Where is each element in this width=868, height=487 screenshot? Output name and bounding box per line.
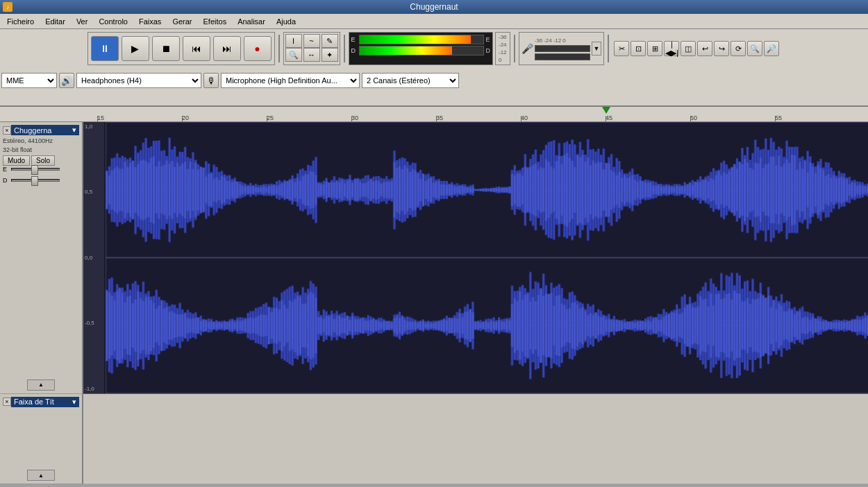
track-close-1[interactable]: × [3, 126, 11, 135]
toolbar-row1: ⏸ ▶ ⏹ ⏮ ⏭ ● I ~ ✎ 🔍 ↔ ✦ E [87, 31, 781, 67]
mic-level-bar2 [535, 53, 590, 60]
mic-meter: -36 -24 -12 0 [535, 37, 590, 60]
channels-select[interactable]: 2 Canais (Estéreo) [362, 73, 459, 88]
menu-editar[interactable]: Editar [40, 16, 71, 27]
redo-btn[interactable]: ↪ [714, 41, 729, 56]
zoom-in-btn[interactable]: 🔍 [747, 41, 762, 56]
track-close-2[interactable]: × [3, 398, 11, 406]
separator-3 [514, 35, 515, 62]
amplitude-labels-1: 1,0 0,5 0,0 -0,5 -1,0 [83, 122, 104, 393]
track-info-1: Estéreo, 44100Hz 32-bit float [3, 137, 79, 154]
db-scale-output: -36 -24 -12 0 [495, 32, 510, 65]
db-0: 0 [499, 57, 507, 63]
gain-track-e[interactable] [11, 168, 60, 171]
output-select[interactable]: Headphones (H4) [76, 73, 201, 88]
db-24: -24 [499, 42, 507, 48]
ruler-tick-40 [521, 116, 521, 121]
tracks-container: 15 20 25 30 35 40 45 50 55 [0, 107, 868, 484]
level-meters: E E D D [349, 32, 494, 65]
timeline-ruler: 15 20 25 30 35 40 45 50 55 [0, 107, 868, 122]
meter-e-bar [359, 35, 484, 44]
cut-silence-btn[interactable]: ✂ [614, 41, 629, 56]
select-tool[interactable]: I [285, 34, 302, 48]
main-area: 15 20 25 30 35 40 45 50 55 [0, 107, 868, 484]
track-name-2[interactable]: Faixa de Tít ▾ [11, 397, 79, 407]
ruler-mark-40: 40 [521, 114, 528, 121]
ruler-mark-25: 25 [267, 114, 274, 121]
menu-efeitos[interactable]: Efeitos [198, 16, 233, 27]
rewind-button[interactable]: ⏮ [183, 36, 210, 61]
menu-faixas[interactable]: Faixas [133, 16, 167, 27]
menu-ficheiro[interactable]: Ficheiro [1, 16, 40, 27]
zoom-out-btn[interactable]: 🔎 [764, 41, 779, 56]
forward-button[interactable]: ⏭ [213, 36, 241, 61]
solo-button-1[interactable]: Solo [31, 155, 55, 166]
ruler-tick-20 [182, 116, 183, 121]
extra-tools: ✂ ⊡ ⊞ |◀▶| ◫ ↩ ↪ ⟳ 🔍 🔎 [612, 40, 781, 58]
mute-button-1[interactable]: Mudo [3, 155, 30, 166]
menu-bar: Ficheiro Editar Ver Controlo Faixas Gera… [0, 14, 868, 29]
meter-row-d: D D [351, 46, 491, 55]
expand-button-2[interactable]: ▲ [27, 470, 55, 481]
separator-4 [608, 35, 609, 62]
toolbar-area: ⏸ ▶ ⏹ ⏮ ⏭ ● I ~ ✎ 🔍 ↔ ✦ E [0, 29, 868, 107]
transport-toolbar: ⏸ ▶ ⏹ ⏮ ⏭ ● [87, 32, 275, 65]
expand-button-1[interactable]: ▲ [27, 379, 55, 391]
gain-track-d[interactable] [11, 179, 60, 182]
track-row-1: × Chuggerna ▾ Estéreo, 44100Hz 32-bit fl… [0, 122, 868, 394]
multi-tool[interactable]: ✦ [322, 48, 338, 62]
speaker-icon[interactable]: 🔊 [59, 73, 74, 88]
meter-e-label: E [351, 36, 357, 43]
waveform-canvas-1 [106, 122, 868, 393]
menu-controlo[interactable]: Controlo [93, 16, 133, 27]
play-button[interactable]: ▶ [122, 36, 149, 61]
pause-button[interactable]: ⏸ [91, 36, 119, 61]
meter-e-fill [360, 35, 471, 44]
stop-button[interactable]: ⏹ [152, 36, 180, 61]
menu-ajuda[interactable]: Ajuda [271, 16, 301, 27]
envelope-tool[interactable]: ~ [303, 34, 320, 48]
timeshift-tool[interactable]: ↔ [303, 48, 320, 62]
playhead-marker [602, 107, 610, 114]
silence-btn[interactable]: ◫ [681, 41, 696, 56]
zoom-fit-btn[interactable]: ⊡ [631, 41, 646, 56]
ruler-tick-50 [690, 116, 691, 121]
gain-thumb-e[interactable] [31, 165, 38, 175]
amp-neg-0-5: -0,5 [85, 320, 103, 326]
gain-thumb-d[interactable] [31, 176, 38, 186]
track-header-2: × Faixa de Tít ▾ [3, 397, 79, 407]
ruler-tick-15 [97, 116, 98, 121]
gain-e-label: E [3, 166, 8, 173]
undo-btn[interactable]: ↩ [697, 41, 712, 56]
trim-btn[interactable]: |◀▶| [664, 41, 679, 56]
zoom-sel-btn[interactable]: ⊞ [647, 41, 662, 56]
sync-btn[interactable]: ⟳ [731, 41, 746, 56]
menu-ver[interactable]: Ver [71, 16, 94, 27]
mic-level-bar [535, 45, 590, 52]
mic-section: 🎤 -36 -24 -12 0 ▼ [519, 32, 605, 65]
ruler-mark-50: 50 [690, 114, 697, 121]
driver-select[interactable]: MME [1, 73, 57, 88]
separator-2 [344, 35, 345, 62]
amp-0-5: 0,5 [85, 189, 103, 195]
ruler-mark-45: 45 [606, 114, 612, 121]
record-button[interactable]: ● [244, 36, 272, 61]
track-name-1[interactable]: Chuggerna ▾ [11, 125, 79, 135]
pencil-tool[interactable]: ✎ [322, 34, 338, 48]
input-select[interactable]: Microphone (High Definition Au... [221, 73, 360, 88]
tools-toolbar: I ~ ✎ 🔍 ↔ ✦ [283, 32, 340, 65]
mic-db-12: -12 [553, 37, 562, 44]
amp-0-0-top: 0,0 [85, 255, 103, 261]
mic-input-icon[interactable]: 🎙 [203, 73, 219, 88]
meter-d-fill [360, 46, 453, 55]
meter-d-label: D [351, 47, 357, 54]
ruler-mark-30: 30 [351, 114, 358, 121]
menu-analisar[interactable]: Analisar [232, 16, 271, 27]
zoom-tool[interactable]: 🔍 [285, 48, 302, 62]
track-waveform-2 [83, 394, 868, 485]
ruler-mark-55: 55 [775, 114, 782, 121]
menu-gerar[interactable]: Gerar [167, 16, 197, 27]
track-row-2: × Faixa de Tít ▾ ▲ [0, 394, 868, 485]
db-12: -12 [499, 49, 507, 55]
mic-dropdown[interactable]: ▼ [592, 42, 602, 55]
